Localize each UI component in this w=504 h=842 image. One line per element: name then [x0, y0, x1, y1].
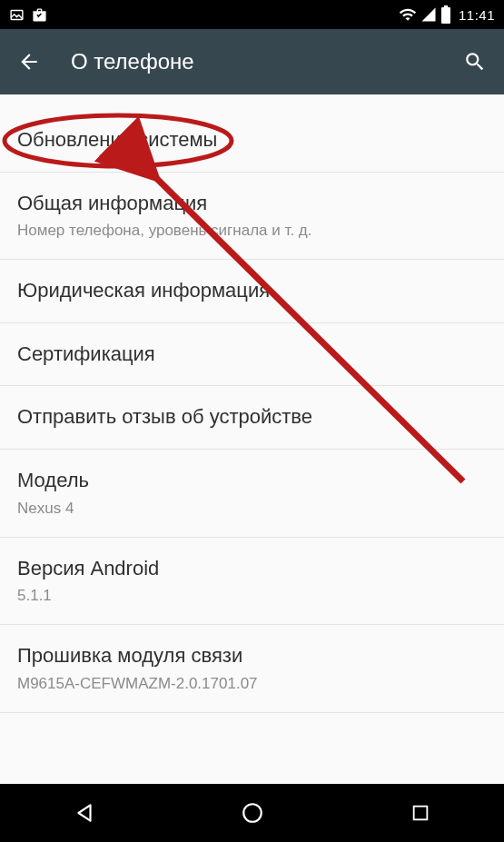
nav-recents-button[interactable] — [393, 795, 448, 831]
app-bar: О телефоне — [0, 29, 504, 94]
item-title: Модель — [17, 468, 487, 494]
battery-icon — [440, 5, 451, 24]
navigation-bar — [0, 784, 504, 842]
wifi-icon — [399, 5, 417, 24]
list-item-model[interactable]: Модель Nexus 4 — [0, 450, 504, 538]
svg-rect-4 — [413, 807, 427, 820]
search-button[interactable] — [459, 45, 491, 78]
list-item-system-update[interactable]: Обновление системы — [0, 94, 504, 173]
signal-icon — [420, 6, 437, 23]
nav-back-button[interactable] — [57, 795, 112, 831]
status-left-icons — [9, 7, 47, 23]
list-item-legal-info[interactable]: Юридическая информация — [0, 260, 504, 323]
item-title: Общая информация — [17, 191, 487, 217]
item-title: Юридическая информация — [17, 278, 487, 304]
item-subtitle: M9615A-CEFWMAZM-2.0.1701.07 — [17, 674, 487, 694]
status-bar: 11:41 — [0, 0, 504, 29]
item-subtitle: Nexus 4 — [17, 499, 487, 519]
picture-icon — [9, 7, 25, 23]
item-subtitle: Номер телефона, уровень сигнала и т. д. — [17, 221, 487, 241]
svg-rect-2 — [441, 7, 450, 24]
list-item-android-version[interactable]: Версия Android 5.1.1 — [0, 538, 504, 626]
status-right-icons: 11:41 — [399, 5, 495, 24]
item-title: Сертификация — [17, 342, 487, 368]
list-item-send-feedback[interactable]: Отправить отзыв об устройстве — [0, 386, 504, 450]
shop-icon — [32, 7, 47, 23]
app-bar-title: О телефоне — [71, 49, 459, 74]
svg-point-3 — [243, 804, 262, 822]
item-title: Прошивка модуля связи — [17, 643, 487, 669]
item-subtitle: 5.1.1 — [17, 586, 487, 606]
status-time: 11:41 — [459, 7, 495, 23]
list-item-baseband-version[interactable]: Прошивка модуля связи M9615A-CEFWMAZM-2.… — [0, 625, 504, 713]
list-item-certification[interactable]: Сертификация — [0, 323, 504, 387]
nav-home-button[interactable] — [225, 795, 280, 831]
settings-list: Обновление системы Общая информация Номе… — [0, 94, 504, 784]
item-title: Версия Android — [17, 556, 487, 582]
list-item-general-info[interactable]: Общая информация Номер телефона, уровень… — [0, 173, 504, 261]
back-button[interactable] — [13, 45, 45, 78]
item-title: Обновление системы — [17, 127, 487, 154]
item-title: Отправить отзыв об устройстве — [17, 404, 487, 431]
svg-rect-1 — [444, 5, 448, 7]
